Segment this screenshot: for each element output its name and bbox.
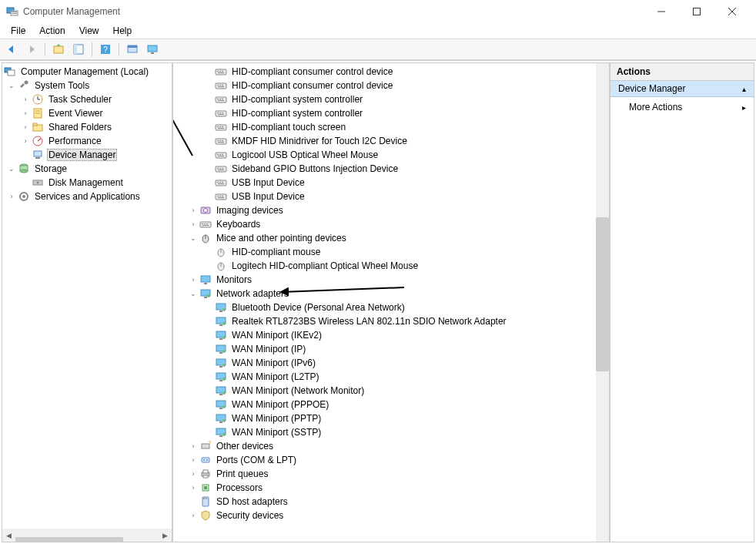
tree-task-scheduler[interactable]: › Task Scheduler bbox=[2, 92, 172, 106]
device-network[interactable]: WAN Miniport (IKEv2) bbox=[173, 328, 609, 342]
tree-disk-management[interactable]: Disk Management bbox=[2, 176, 172, 190]
device-network[interactable]: WAN Miniport (PPTP) bbox=[173, 411, 609, 425]
device-network[interactable]: WAN Miniport (IPv6) bbox=[173, 356, 609, 370]
menu-file[interactable]: File bbox=[5, 24, 32, 38]
chevron-down-icon[interactable]: ⌄ bbox=[7, 164, 16, 173]
help-button[interactable]: ? bbox=[97, 41, 114, 58]
category-network[interactable]: ⌄ Network adapters bbox=[173, 287, 609, 301]
device-tree[interactable]: HID-compliant consumer control device HI… bbox=[173, 63, 609, 542]
chevron-right-icon[interactable]: › bbox=[21, 123, 30, 132]
device-hid[interactable]: HID-compliant consumer control device bbox=[173, 79, 609, 92]
tree-storage[interactable]: ⌄ Storage bbox=[2, 162, 172, 176]
forward-button[interactable] bbox=[23, 41, 40, 58]
chevron-right-icon[interactable]: › bbox=[189, 442, 198, 451]
svg-rect-65 bbox=[217, 140, 219, 141]
vertical-scrollbar[interactable] bbox=[596, 63, 609, 542]
menu-action[interactable]: Action bbox=[33, 24, 71, 38]
horizontal-scrollbar[interactable]: ◀ ▶ bbox=[2, 529, 172, 542]
device-network[interactable]: Bluetooth Device (Personal Area Network) bbox=[173, 301, 609, 314]
up-button[interactable] bbox=[50, 41, 67, 58]
device-network[interactable]: WAN Miniport (SSTP) bbox=[173, 425, 609, 439]
menu-view[interactable]: View bbox=[73, 24, 105, 38]
scroll-thumb[interactable] bbox=[596, 217, 609, 371]
back-button[interactable] bbox=[3, 41, 20, 58]
device-network[interactable]: Realtek RTL8723BS Wireless LAN 802.11n S… bbox=[173, 314, 609, 328]
chevron-right-icon[interactable]: › bbox=[189, 483, 198, 492]
svg-rect-43 bbox=[218, 72, 224, 73]
tree-system-tools[interactable]: ⌄ System Tools bbox=[2, 79, 172, 92]
category-monitors[interactable]: › Monitors bbox=[173, 273, 609, 287]
monitor-button[interactable] bbox=[144, 41, 161, 58]
expander-spacer bbox=[21, 150, 30, 160]
scroll-left-icon[interactable]: ◀ bbox=[2, 532, 15, 539]
actions-context[interactable]: Device Manager ▴ bbox=[610, 81, 754, 97]
device-network[interactable]: WAN Miniport (Network Monitor) bbox=[173, 384, 609, 398]
device-mouse[interactable]: Logitech HID-compliant Optical Wheel Mou… bbox=[173, 259, 609, 273]
device-hid[interactable]: KMDF HID Minidriver for Touch I2C Device bbox=[173, 134, 609, 148]
expander-spacer bbox=[204, 400, 213, 409]
chevron-right-icon[interactable]: › bbox=[21, 136, 30, 146]
tree-event-viewer[interactable]: › Event Viewer bbox=[2, 106, 172, 120]
scroll-thumb[interactable] bbox=[15, 537, 123, 543]
maximize-button[interactable] bbox=[679, 0, 714, 23]
svg-point-130 bbox=[222, 405, 226, 408]
device-network[interactable]: WAN Miniport (L2TP) bbox=[173, 370, 609, 384]
svg-point-90 bbox=[204, 209, 208, 213]
net-icon bbox=[215, 398, 227, 411]
device-hid[interactable]: USB Input Device bbox=[173, 176, 609, 190]
chevron-right-icon[interactable]: › bbox=[21, 109, 30, 118]
tree-services[interactable]: › Services and Applications bbox=[2, 190, 172, 203]
chevron-down-icon[interactable]: ⌄ bbox=[189, 233, 198, 243]
close-button[interactable] bbox=[714, 0, 750, 23]
device-hid[interactable]: USB Input Device bbox=[173, 190, 609, 203]
category-sd[interactable]: SD host adapters bbox=[173, 495, 609, 509]
console-tree[interactable]: Computer Management (Local) ⌄ System Too… bbox=[2, 63, 172, 529]
scroll-right-icon[interactable]: ▶ bbox=[159, 532, 172, 539]
category-processors[interactable]: › Processors bbox=[173, 481, 609, 495]
tree-performance[interactable]: › Performance bbox=[2, 134, 172, 148]
category-keyboards[interactable]: › Keyboards bbox=[173, 217, 609, 231]
device-network[interactable]: WAN Miniport (PPPOE) bbox=[173, 398, 609, 411]
device-label: WAN Miniport (IKEv2) bbox=[230, 330, 323, 341]
chevron-down-icon[interactable]: ⌄ bbox=[7, 81, 16, 90]
menu-help[interactable]: Help bbox=[107, 24, 139, 38]
minimize-button[interactable] bbox=[644, 0, 679, 23]
svg-rect-53 bbox=[218, 100, 224, 101]
tree-root-label: Computer Management (Local) bbox=[19, 66, 150, 77]
chevron-down-icon[interactable]: ⌄ bbox=[189, 289, 198, 298]
expander-spacer bbox=[204, 261, 213, 270]
category-print[interactable]: › Print queues bbox=[173, 467, 609, 481]
device-network[interactable]: WAN Miniport (IP) bbox=[173, 342, 609, 356]
category-imaging[interactable]: › Imaging devices bbox=[173, 203, 609, 217]
device-hid[interactable]: HID-compliant touch screen bbox=[173, 120, 609, 134]
chevron-right-icon[interactable]: › bbox=[189, 469, 198, 479]
device-hid[interactable]: Logicool USB Optical Wheel Mouse bbox=[173, 148, 609, 162]
device-hid[interactable]: Sideband GPIO Buttons Injection Device bbox=[173, 162, 609, 176]
tree-shared-folders[interactable]: › Shared Folders bbox=[2, 120, 172, 134]
svg-rect-87 bbox=[222, 196, 223, 196]
actions-more[interactable]: More Actions ▸ bbox=[610, 97, 754, 117]
tree-device-manager[interactable]: Device Manager bbox=[2, 148, 172, 162]
scan-button[interactable] bbox=[124, 41, 141, 58]
device-mouse[interactable]: HID-compliant mouse bbox=[173, 245, 609, 259]
chevron-right-icon[interactable]: › bbox=[189, 220, 198, 229]
category-other[interactable]: › ? Other devices bbox=[173, 439, 609, 453]
category-ports[interactable]: › Ports (COM & LPT) bbox=[173, 453, 609, 467]
svg-rect-56 bbox=[219, 112, 221, 113]
category-mice[interactable]: ⌄ Mice and other pointing devices bbox=[173, 231, 609, 245]
svg-point-38 bbox=[22, 195, 25, 198]
device-hid[interactable]: HID-compliant system controller bbox=[173, 92, 609, 106]
device-hid[interactable]: HID-compliant consumer control device bbox=[173, 65, 609, 79]
chevron-right-icon[interactable]: › bbox=[189, 511, 198, 520]
chevron-right-icon[interactable]: › bbox=[189, 206, 198, 215]
chevron-right-icon[interactable]: › bbox=[189, 275, 198, 284]
show-hide-tree-button[interactable] bbox=[70, 41, 87, 58]
chevron-right-icon[interactable]: › bbox=[7, 192, 16, 201]
svg-rect-76 bbox=[219, 168, 221, 169]
category-security[interactable]: › Security devices bbox=[173, 509, 609, 522]
menubar: File Action View Help bbox=[0, 23, 756, 39]
tree-root[interactable]: Computer Management (Local) bbox=[2, 65, 172, 79]
device-hid[interactable]: HID-compliant system controller bbox=[173, 106, 609, 120]
chevron-right-icon[interactable]: › bbox=[189, 455, 198, 465]
chevron-right-icon[interactable]: › bbox=[21, 95, 30, 104]
